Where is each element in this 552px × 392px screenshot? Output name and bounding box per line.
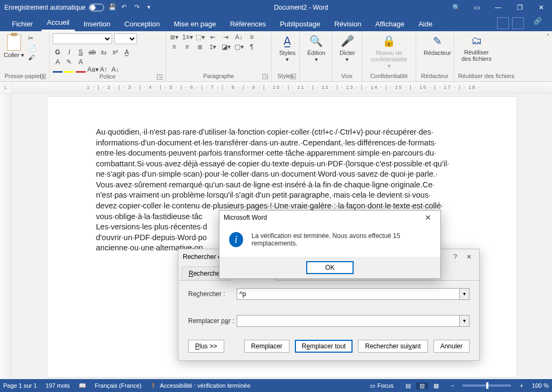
window-restore-icon[interactable]: ❐: [509, 0, 530, 15]
collapse-ribbon-icon[interactable]: ˅: [547, 33, 550, 41]
highlight-icon[interactable]: ✎: [64, 58, 74, 73]
borders-icon[interactable]: ▢▾: [234, 43, 244, 51]
font-size-combo[interactable]: [114, 33, 137, 44]
shading-icon[interactable]: ◪▾: [221, 43, 231, 51]
bold-icon[interactable]: G: [53, 48, 63, 56]
qat-dropdown-icon[interactable]: ▾: [147, 3, 156, 12]
tab-accueil[interactable]: Accueil: [42, 15, 75, 31]
language-status[interactable]: Français (France): [95, 382, 142, 389]
find-next-button[interactable]: Rechercher suivant: [358, 340, 427, 353]
tab-fichier[interactable]: Fichier: [6, 17, 38, 31]
redo-icon[interactable]: ↷: [134, 3, 143, 12]
spellcheck-icon[interactable]: 📖: [79, 382, 86, 389]
undo-icon[interactable]: ↶: [121, 3, 130, 12]
ribbon-mode-icon[interactable]: [512, 17, 524, 29]
window-close-icon[interactable]: ✕: [530, 0, 552, 15]
msgbox-titlebar[interactable]: Microsoft Word ✕: [219, 211, 440, 225]
zoom-out-button[interactable]: −: [451, 382, 454, 389]
cut-icon[interactable]: ✂: [28, 34, 36, 42]
dialog-launcher-icon[interactable]: ↘: [157, 74, 162, 80]
microphone-icon: 🎤: [340, 34, 355, 47]
font-color2-icon[interactable]: A: [76, 58, 86, 73]
strike-icon[interactable]: ab: [87, 48, 97, 56]
show-marks-icon[interactable]: ¶: [247, 43, 257, 51]
font-color-icon[interactable]: A: [53, 58, 63, 73]
text-effects-icon[interactable]: A̲: [122, 48, 132, 56]
tab-selector-icon[interactable]: L: [0, 82, 12, 93]
close-icon[interactable]: ✕: [420, 213, 436, 222]
subscript-icon[interactable]: x₂: [99, 48, 108, 56]
ribbon-tabs: Fichier Accueil Insertion Conception Mis…: [0, 15, 552, 31]
autosave-toggle[interactable]: Enregistrement automatique: [4, 4, 104, 11]
font-family-combo[interactable]: [53, 33, 112, 44]
shrink-font-icon[interactable]: A↓: [111, 66, 120, 73]
print-layout-icon[interactable]: ▥: [416, 382, 428, 389]
increase-indent-icon[interactable]: ⇥: [221, 33, 231, 41]
dialog-launcher-icon[interactable]: ↘: [40, 74, 46, 79]
focus-mode[interactable]: ▭ Focus: [370, 382, 394, 389]
horizontal-ruler[interactable]: · 1 · | · 2 · | · 3 · | · 4 · | · 5 · | …: [12, 82, 552, 93]
web-layout-icon[interactable]: ▦: [430, 382, 442, 389]
replace-all-button[interactable]: Remplacer tout: [295, 340, 353, 353]
close-icon[interactable]: ✕: [463, 253, 475, 261]
tab-insertion[interactable]: Insertion: [78, 17, 116, 31]
styles-button[interactable]: A̲Styles ▾: [275, 33, 300, 64]
tab-conception[interactable]: Conception: [119, 17, 165, 31]
multilevel-icon[interactable]: ⬚▾: [195, 33, 205, 41]
align-right-icon[interactable]: ≡: [182, 43, 192, 51]
decrease-indent-icon[interactable]: ⇤: [208, 33, 218, 41]
numbering-icon[interactable]: 1≡▾: [182, 33, 192, 41]
find-history-dropdown-icon[interactable]: ▾: [460, 288, 470, 300]
zoom-in-button[interactable]: +: [520, 382, 523, 389]
zoom-slider[interactable]: [463, 384, 511, 387]
tab-references[interactable]: Références: [225, 17, 271, 31]
line-spacing-icon[interactable]: ‡▾: [208, 43, 218, 51]
window-minimize-icon[interactable]: —: [487, 0, 509, 15]
toggle-switch-off-icon[interactable]: [89, 4, 104, 11]
comments-icon[interactable]: [497, 17, 509, 29]
grow-font-icon[interactable]: A↑: [99, 66, 108, 73]
save-icon[interactable]: 💾: [108, 3, 117, 12]
word-count[interactable]: 197 mots: [45, 382, 70, 389]
dialog-launcher-icon[interactable]: ↘: [291, 74, 296, 79]
tab-revision[interactable]: Révision: [329, 17, 367, 31]
vertical-ruler[interactable]: [0, 94, 12, 379]
a11y-status[interactable]: 🚶Accessibilité : vérification terminée: [150, 382, 250, 389]
paste-button[interactable]: Coller ▾: [3, 33, 25, 59]
replace-button[interactable]: Remplacer: [244, 340, 289, 353]
tab-mise-en-page[interactable]: Mise en page: [169, 17, 222, 31]
zoom-level[interactable]: 100 %: [532, 382, 549, 389]
read-mode-icon[interactable]: ▤: [402, 382, 414, 389]
underline-icon[interactable]: S: [76, 48, 86, 56]
dictate-button[interactable]: 🎤Dicter ▾: [335, 33, 360, 64]
ok-button[interactable]: OK: [306, 261, 354, 274]
cancel-button[interactable]: Annuler: [433, 340, 470, 353]
search-icon[interactable]: 🔍: [446, 4, 466, 11]
tab-publipostage[interactable]: Publipostage: [274, 17, 326, 31]
editor-button[interactable]: ✎Rédacteur: [419, 33, 456, 57]
align-left-icon[interactable]: ≡: [247, 33, 257, 41]
format-painter-icon[interactable]: 🖌: [28, 54, 36, 61]
copy-icon[interactable]: 📄: [28, 44, 36, 52]
tab-affichage[interactable]: Affichage: [370, 17, 410, 31]
bullets-icon[interactable]: ≣▾: [169, 33, 179, 41]
change-case-icon[interactable]: Aa▾: [87, 66, 97, 73]
tab-aide[interactable]: Aide: [413, 17, 438, 31]
superscript-icon[interactable]: x²: [111, 48, 120, 56]
share-icon[interactable]: 🔗: [532, 17, 543, 29]
reuse-files-button[interactable]: 🗂Réutiliserdes fichiers: [457, 33, 496, 63]
ribbon-display-icon[interactable]: ▭: [466, 0, 487, 15]
align-center-icon[interactable]: ≡: [169, 43, 179, 51]
help-icon[interactable]: ?: [450, 253, 461, 261]
italic-icon[interactable]: I: [64, 48, 74, 56]
page-status[interactable]: Page 1 sur 1: [3, 382, 37, 389]
sort-icon[interactable]: A↓: [234, 33, 244, 41]
more-button[interactable]: Plus >>: [188, 340, 224, 353]
find-input[interactable]: [237, 288, 460, 300]
info-icon: i: [229, 232, 243, 247]
replace-input[interactable]: [237, 315, 460, 327]
justify-icon[interactable]: ≣: [195, 43, 205, 51]
editing-button[interactable]: 🔍Édition ▾: [303, 33, 330, 64]
dialog-launcher-icon[interactable]: ↘: [263, 74, 268, 79]
replace-history-dropdown-icon[interactable]: ▾: [460, 315, 470, 327]
